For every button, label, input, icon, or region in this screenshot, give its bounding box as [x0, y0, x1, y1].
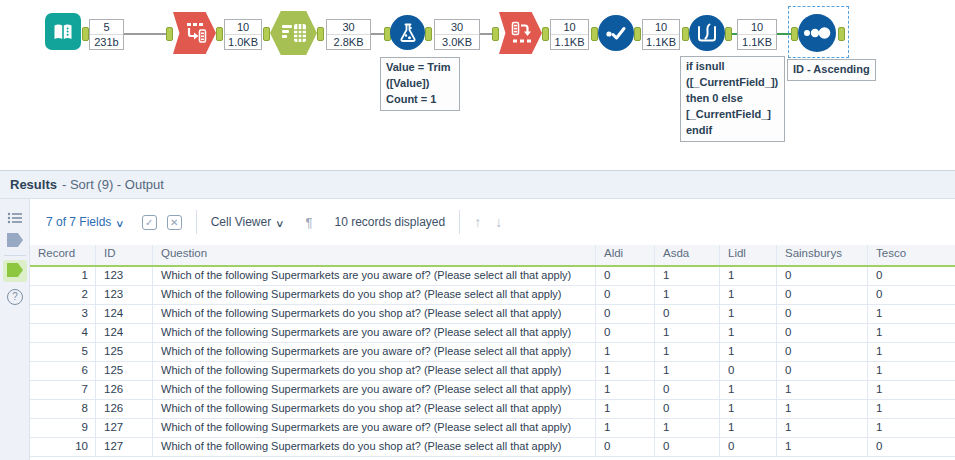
column-header[interactable]: Question — [153, 245, 596, 265]
connection-wire[interactable] — [124, 33, 166, 35]
table-cell[interactable]: 5 — [30, 343, 96, 361]
select-all-checkbox-icon[interactable]: ✓ — [142, 215, 157, 230]
table-row[interactable]: 7126Which of the following Supermarkets … — [30, 381, 955, 400]
table-row[interactable]: 4124Which of the following Supermarkets … — [30, 324, 955, 343]
table-cell[interactable]: 124 — [96, 324, 153, 342]
table-cell[interactable]: 1 — [868, 324, 955, 342]
table-cell[interactable]: 1 — [720, 381, 777, 399]
table-cell[interactable]: 0 — [868, 438, 955, 456]
table-cell[interactable]: 1 — [720, 400, 777, 418]
table-cell[interactable]: 123 — [96, 267, 153, 285]
table-cell[interactable]: 6 — [30, 362, 96, 380]
table-cell[interactable]: 1 — [596, 362, 655, 380]
table-cell[interactable]: 124 — [96, 305, 153, 323]
table-cell[interactable]: 125 — [96, 343, 153, 361]
table-cell[interactable]: 0 — [777, 267, 868, 285]
input-anchor[interactable] — [263, 27, 270, 41]
list-view-icon[interactable] — [7, 210, 23, 226]
table-cell[interactable]: 1 — [777, 381, 868, 399]
output-anchor[interactable] — [317, 27, 324, 41]
table-cell[interactable]: 10 — [30, 438, 96, 456]
table-cell[interactable]: Which of the following Supermarkets do y… — [153, 286, 596, 304]
table-cell[interactable]: 0 — [720, 438, 777, 456]
column-header[interactable]: Aldi — [596, 245, 655, 265]
table-cell[interactable]: 0 — [868, 286, 955, 304]
table-cell[interactable]: 3 — [30, 305, 96, 323]
table-cell[interactable]: 0 — [777, 305, 868, 323]
table-row[interactable]: 3124Which of the following Supermarkets … — [30, 305, 955, 324]
table-cell[interactable]: Which of the following Supermarkets do y… — [153, 400, 596, 418]
table-cell[interactable]: 1 — [655, 286, 720, 304]
table-cell[interactable]: 1 — [596, 400, 655, 418]
table-cell[interactable]: 1 — [868, 419, 955, 437]
table-cell[interactable]: 125 — [96, 362, 153, 380]
tool-unique[interactable] — [598, 15, 634, 51]
output-anchor[interactable] — [425, 27, 432, 41]
table-cell[interactable]: 126 — [96, 381, 153, 399]
table-cell[interactable]: Which of the following Supermarkets do y… — [153, 438, 596, 456]
tool-input-data[interactable] — [45, 13, 81, 50]
input-anchor[interactable] — [492, 27, 499, 41]
table-cell[interactable]: 126 — [96, 400, 153, 418]
tool-summarize[interactable] — [270, 11, 317, 55]
table-cell[interactable]: 1 — [720, 419, 777, 437]
input-anchor[interactable] — [682, 27, 689, 41]
table-cell[interactable]: 1 — [655, 267, 720, 285]
column-header[interactable]: Sainsburys — [777, 245, 868, 265]
table-row[interactable]: 10127Which of the following Supermarkets… — [30, 438, 955, 457]
table-cell[interactable]: 1 — [596, 343, 655, 361]
table-cell[interactable]: 1 — [720, 343, 777, 361]
table-cell[interactable]: 4 — [30, 324, 96, 342]
input-anchor[interactable] — [591, 27, 598, 41]
table-row[interactable]: 9127Which of the following Supermarkets … — [30, 419, 955, 438]
table-cell[interactable]: 1 — [868, 305, 955, 323]
table-cell[interactable]: Which of the following Supermarkets are … — [153, 324, 596, 342]
table-cell[interactable]: 1 — [868, 343, 955, 361]
table-cell[interactable]: 8 — [30, 400, 96, 418]
table-row[interactable]: 1123Which of the following Supermarkets … — [30, 267, 955, 286]
whitespace-toggle-icon[interactable]: ¶ — [306, 215, 313, 230]
tool-cross-tab[interactable] — [499, 12, 542, 54]
column-header[interactable]: Lidl — [720, 245, 777, 265]
table-cell[interactable]: 0 — [655, 305, 720, 323]
output-anchor[interactable] — [725, 27, 732, 41]
table-cell[interactable]: 0 — [596, 286, 655, 304]
table-cell[interactable]: 0 — [655, 400, 720, 418]
table-cell[interactable]: 1 — [777, 438, 868, 456]
table-cell[interactable]: 0 — [596, 324, 655, 342]
table-cell[interactable]: 1 — [655, 362, 720, 380]
clear-selection-icon[interactable]: ✕ — [167, 215, 182, 230]
output-anchor[interactable] — [216, 27, 223, 41]
table-cell[interactable]: Which of the following Supermarkets do y… — [153, 305, 596, 323]
table-cell[interactable]: 0 — [655, 438, 720, 456]
tool-transpose[interactable] — [173, 12, 216, 54]
table-cell[interactable]: 0 — [596, 267, 655, 285]
table-cell[interactable]: 0 — [777, 343, 868, 361]
connection-anchor-icon[interactable] — [7, 233, 23, 247]
input-anchor[interactable] — [791, 27, 798, 41]
column-header[interactable]: Asda — [655, 245, 720, 265]
table-cell[interactable]: 1 — [655, 324, 720, 342]
column-header[interactable]: Record — [30, 245, 96, 265]
table-cell[interactable]: 1 — [868, 362, 955, 380]
table-cell[interactable]: 9 — [30, 419, 96, 437]
table-cell[interactable]: 127 — [96, 419, 153, 437]
workflow-canvas[interactable]: 5 231b 10 1.0KB — [0, 0, 955, 170]
table-cell[interactable]: 127 — [96, 438, 153, 456]
up-arrow-icon[interactable]: ↑ — [474, 214, 481, 230]
table-cell[interactable]: 0 — [777, 286, 868, 304]
table-cell[interactable]: 1 — [720, 267, 777, 285]
table-cell[interactable]: 0 — [777, 362, 868, 380]
output-anchor[interactable] — [542, 27, 549, 41]
fields-dropdown[interactable]: 7 of 7 Fields ∨ — [46, 215, 124, 229]
table-cell[interactable]: 0 — [596, 438, 655, 456]
connection-wire[interactable] — [371, 33, 384, 35]
column-header[interactable]: Tesco — [868, 245, 955, 265]
help-icon[interactable]: ? — [7, 289, 23, 305]
table-cell[interactable]: 0 — [596, 305, 655, 323]
table-cell[interactable]: 0 — [868, 267, 955, 285]
table-cell[interactable]: 1 — [777, 419, 868, 437]
tool-sort[interactable] — [798, 14, 836, 52]
table-cell[interactable]: Which of the following Supermarkets do y… — [153, 362, 596, 380]
table-row[interactable]: 6125Which of the following Supermarkets … — [30, 362, 955, 381]
